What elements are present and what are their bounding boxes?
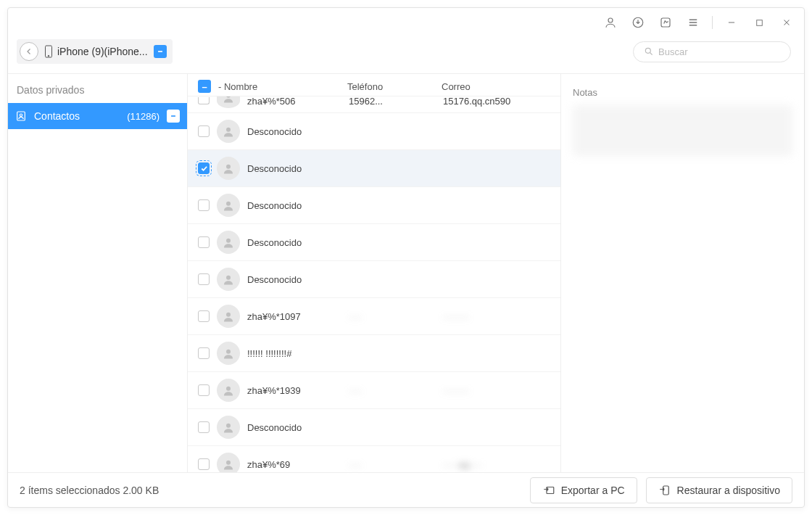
contact-name: Desconocido: [247, 163, 341, 174]
export-icon: [542, 484, 555, 497]
table-row[interactable]: Desconocido: [188, 113, 560, 150]
avatar-icon: [217, 194, 240, 217]
svg-point-18: [226, 424, 231, 428]
svg-point-14: [226, 276, 231, 280]
sidebar-item-label: Contactos: [34, 110, 120, 122]
main: – - Nombre Teléfono Correo zha¥%*5061596…: [188, 74, 804, 472]
svg-point-12: [226, 202, 231, 206]
notes-label: Notas: [573, 87, 792, 98]
restore-icon: [658, 484, 671, 497]
sidebar-item-contacts[interactable]: Contactos (11286): [8, 103, 187, 129]
search-box[interactable]: [633, 41, 791, 62]
contact-phone: 15962...: [349, 96, 436, 107]
export-label: Exportar a PC: [561, 485, 625, 496]
menu-icon[interactable]: [682, 11, 705, 34]
svg-rect-2: [661, 18, 670, 27]
search-input[interactable]: [658, 46, 780, 57]
row-checkbox[interactable]: [198, 97, 210, 104]
avatar-icon: [217, 453, 240, 472]
table-row[interactable]: Desconocido: [188, 224, 560, 261]
contact-name: Desconocido: [247, 274, 341, 285]
avatar-icon: [217, 268, 240, 291]
table-row[interactable]: zha¥%*1097···············: [188, 298, 560, 335]
minimize-icon[interactable]: [720, 11, 743, 34]
table-row[interactable]: Desconocido: [188, 187, 560, 224]
location-bar: iPhone (9)(iPhone...: [8, 37, 804, 73]
user-icon[interactable]: [599, 11, 622, 34]
export-button[interactable]: Exportar a PC: [530, 477, 637, 503]
download-icon[interactable]: [626, 11, 650, 34]
contact-name: Desconocido: [247, 237, 341, 248]
contact-list[interactable]: zha¥%*50615962...15176.qq.cn590Desconoci…: [188, 96, 560, 472]
selection-status: 2 ítems seleccionados 2.00 KB: [20, 485, 159, 496]
avatar-icon: [217, 231, 240, 254]
select-all-checkbox[interactable]: –: [198, 80, 211, 93]
row-checkbox[interactable]: [198, 199, 210, 211]
table-row[interactable]: !!!!!! !!!!!!!!#: [188, 335, 560, 372]
avatar-icon: [217, 120, 240, 143]
titlebar-separator: [712, 16, 713, 29]
feedback-icon[interactable]: [654, 11, 677, 34]
collapse-toggle[interactable]: [154, 45, 167, 58]
table-row[interactable]: Desconocido: [188, 409, 560, 446]
close-icon[interactable]: [775, 11, 798, 34]
row-checkbox[interactable]: [198, 384, 210, 396]
svg-point-15: [226, 313, 231, 317]
avatar-icon: [217, 342, 240, 365]
sidebar-collapse-toggle[interactable]: [167, 110, 180, 123]
contact-phone: ·····: [349, 311, 436, 322]
contact-mail: ··········: [443, 385, 550, 396]
contact-phone: ·····: [349, 385, 436, 396]
row-checkbox[interactable]: [198, 125, 210, 137]
column-phone[interactable]: Teléfono: [347, 81, 434, 92]
device-label[interactable]: iPhone (9)(iPhone...: [44, 45, 148, 58]
maximize-icon[interactable]: [747, 11, 771, 34]
row-checkbox[interactable]: [198, 421, 210, 433]
table-row[interactable]: zha¥%*50615962...15176.qq.cn590: [188, 96, 560, 113]
svg-point-8: [20, 114, 22, 116]
table-row[interactable]: zha¥%*1939···············: [188, 372, 560, 409]
table-row[interactable]: zha¥%*69···········qq·····: [188, 446, 560, 472]
restore-button[interactable]: Restaurar a dispositivo: [646, 477, 792, 503]
column-name[interactable]: - Nombre: [218, 81, 340, 92]
svg-point-6: [645, 48, 650, 53]
svg-point-10: [226, 128, 231, 132]
contact-icon: [15, 110, 27, 122]
sidebar-item-count: (11286): [127, 111, 160, 122]
table-row[interactable]: Desconocido: [188, 261, 560, 298]
body: Datos privados Contactos (11286) – - Nom…: [8, 73, 804, 472]
titlebar: [8, 8, 804, 37]
svg-point-13: [226, 239, 231, 243]
row-checkbox[interactable]: [198, 310, 210, 322]
avatar-icon: [217, 416, 240, 439]
svg-point-9: [226, 96, 231, 98]
row-checkbox[interactable]: [198, 236, 210, 248]
row-checkbox[interactable]: [198, 162, 210, 174]
row-checkbox[interactable]: [198, 273, 210, 285]
back-button[interactable]: [20, 42, 38, 61]
svg-point-11: [226, 165, 231, 169]
contact-mail: ··········: [443, 311, 550, 322]
avatar-icon: [217, 305, 240, 328]
contact-name: Desconocido: [247, 200, 341, 211]
phone-icon: [44, 45, 53, 58]
breadcrumb: iPhone (9)(iPhone...: [17, 39, 173, 64]
row-checkbox[interactable]: [198, 458, 210, 470]
svg-point-17: [226, 387, 231, 391]
sidebar-header: Datos privados: [8, 74, 187, 103]
svg-point-16: [226, 350, 231, 354]
contact-name: Desconocido: [247, 422, 341, 433]
row-checkbox[interactable]: [198, 347, 210, 359]
contact-name: zha¥%*1939: [247, 385, 341, 396]
sidebar: Datos privados Contactos (11286): [8, 74, 188, 472]
avatar-icon: [217, 379, 240, 402]
contact-pane: – - Nombre Teléfono Correo zha¥%*5061596…: [188, 74, 561, 472]
notes-content-blurred: [573, 105, 792, 156]
table-row[interactable]: Desconocido: [188, 150, 560, 187]
contact-name: zha¥%*506: [247, 96, 341, 107]
contact-name: !!!!!! !!!!!!!!#: [247, 348, 341, 359]
app-window: iPhone (9)(iPhone... Datos privados Cont…: [7, 7, 805, 508]
contact-mail: ······qq·····: [443, 459, 550, 470]
column-mail[interactable]: Correo: [442, 81, 550, 92]
svg-rect-21: [663, 486, 668, 495]
